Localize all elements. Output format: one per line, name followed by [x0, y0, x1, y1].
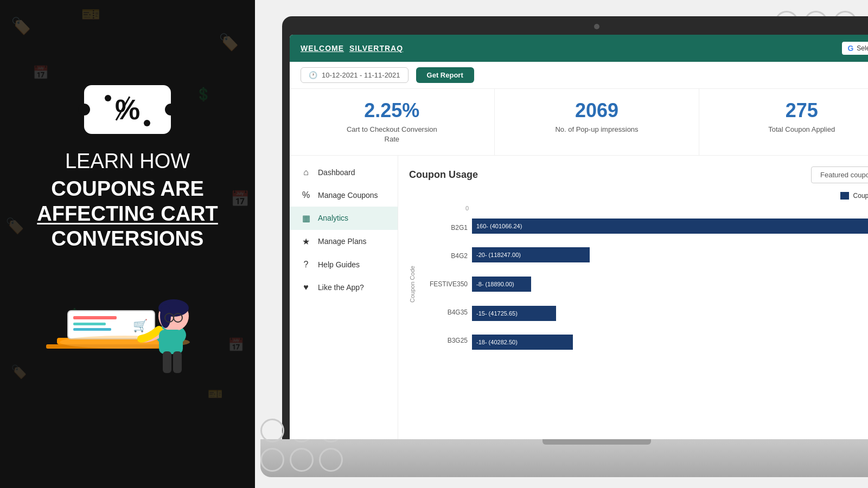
- bar-fill-2: -8- (18890.00): [472, 277, 531, 292]
- stat-label-0: Cart to Checkout ConversionRate: [301, 125, 483, 144]
- chart-inner: Coupon Code B2G1 B4G2 FESTIVE350 B4G35 B…: [409, 214, 868, 355]
- calendar-icon: 🕐: [309, 71, 317, 79]
- stat-card-1: 2069 No. of Pop-up impressions: [495, 89, 700, 155]
- sidebar-label-analytics: Analytics: [318, 214, 348, 222]
- sidebar-item-manage-plans[interactable]: ★ Manage Plans: [290, 230, 398, 253]
- bars-area: 160- (401066.24) -20- (118247.00): [472, 214, 868, 355]
- deco-circle: [260, 419, 284, 442]
- google-g-icon: G: [847, 44, 853, 53]
- stat-value-0: 2.25%: [301, 100, 483, 121]
- svg-rect-16: [163, 351, 171, 373]
- sidebar-item-like-app[interactable]: ♥ Like the App?: [290, 276, 398, 299]
- sidebar: ⌂ Dashboard % Manage Coupons ▦ Analytics: [290, 156, 398, 439]
- sidebar-label-dashboard: Dashboard: [318, 168, 355, 177]
- x-zero-label: 0: [465, 205, 868, 211]
- svg-rect-5: [73, 328, 111, 331]
- translate-label: Select Lan: [857, 44, 868, 52]
- bar-fill-1: -20- (118247.00): [472, 247, 590, 262]
- svg-text:🛒: 🛒: [133, 318, 148, 333]
- svg-rect-15: [159, 330, 183, 354]
- headline-line1: LEARN HOW: [37, 149, 218, 174]
- laptop-bezel: WELCOME SILVERTRAQ G Select Lan 🕐 10-12-…: [282, 16, 868, 439]
- chart-area: Coupon Usage Featured coupons Coupon Use…: [398, 156, 868, 439]
- y-label-festive: FESTIVE350: [418, 273, 468, 295]
- sidebar-item-analytics[interactable]: ▦ Analytics: [290, 207, 398, 230]
- chart-header: Coupon Usage Featured coupons: [409, 166, 868, 183]
- date-bar: 🕐 10-12-2021 - 11-11-2021 Get Report: [290, 62, 868, 89]
- bar-row-1: -20- (118247.00): [472, 245, 868, 265]
- stat-card-0: 2.25% Cart to Checkout ConversionRate: [290, 89, 495, 155]
- bar-row-4: -18- (40282.50): [472, 332, 868, 352]
- stat-card-2: 275 Total Coupon Applied: [699, 89, 868, 155]
- svg-rect-3: [73, 316, 117, 319]
- chart-title: Coupon Usage: [409, 169, 478, 181]
- stat-label-1: No. of Pop-up impressions: [506, 125, 688, 134]
- bar-fill-3: -15- (41725.65): [472, 306, 556, 321]
- get-report-button[interactable]: Get Report: [416, 67, 474, 83]
- stat-label-2: Total Coupon Applied: [710, 125, 868, 134]
- laptop-mockup: WELCOME SILVERTRAQ G Select Lan 🕐 10-12-…: [282, 16, 868, 477]
- y-label-b3g25: B3G25: [418, 330, 468, 351]
- bar-fill-4: -18- (40282.50): [472, 335, 573, 350]
- y-label-b2g1: B2G1: [418, 217, 468, 239]
- date-range-value: 10-12-2021 - 11-11-2021: [322, 71, 400, 79]
- deco-circle: [260, 448, 284, 472]
- headline-line3: AFFECTING CART: [37, 202, 218, 227]
- deco-circle: [290, 448, 314, 472]
- right-panel: WELCOME SILVERTRAQ G Select Lan 🕐 10-12-…: [255, 0, 868, 488]
- y-label-b4g35: B4G35: [418, 301, 468, 323]
- bar-label-1: -20- (118247.00): [476, 252, 521, 258]
- chart-legend: Coupon Used: [409, 192, 868, 200]
- headline-line2: COUPONS ARE: [37, 177, 218, 202]
- sidebar-item-dashboard[interactable]: ⌂ Dashboard: [290, 161, 398, 184]
- bar-fill-0: 160- (401066.24): [472, 219, 868, 234]
- bar-label-0: 160- (401066.24): [476, 223, 522, 229]
- stats-row: 2.25% Cart to Checkout ConversionRate 20…: [290, 89, 868, 156]
- y-label-b4g2: B4G2: [418, 245, 468, 267]
- pct-dot2: [144, 120, 150, 126]
- laptop-camera: [594, 24, 599, 29]
- coupon-icon: %: [84, 85, 171, 134]
- legend-label: Coupon Used: [853, 192, 868, 200]
- sidebar-label-manage-plans: Manage Plans: [318, 237, 367, 246]
- stat-value-2: 275: [710, 100, 868, 121]
- chart-dropdown[interactable]: Featured coupons: [811, 166, 868, 183]
- main-content: ⌂ Dashboard % Manage Coupons ▦ Analytics: [290, 156, 868, 439]
- svg-rect-17: [173, 351, 182, 373]
- sidebar-item-manage-coupons[interactable]: % Manage Coupons: [290, 184, 398, 207]
- star-icon: ★: [301, 236, 311, 247]
- app-header: WELCOME SILVERTRAQ G Select Lan: [290, 35, 868, 62]
- laptop-base: [260, 439, 868, 477]
- sidebar-label-manage-coupons: Manage Coupons: [318, 191, 378, 200]
- sidebar-item-help-guides[interactable]: ? Help Guides: [290, 253, 398, 276]
- woman-illustration: 🛒: [41, 262, 214, 381]
- heart-icon: ♥: [301, 282, 311, 292]
- bar-row-0: 160- (401066.24): [472, 216, 868, 236]
- deco-circle: [319, 448, 343, 472]
- sidebar-label-help-guides: Help Guides: [318, 260, 360, 269]
- bar-label-4: -18- (40282.50): [476, 339, 518, 345]
- welcome-text: WELCOME SILVERTRAQ: [301, 44, 403, 53]
- bar-label-3: -15- (41725.65): [476, 310, 518, 317]
- y-axis: B2G1 B4G2 FESTIVE350 B4G35 B3G25: [418, 214, 472, 355]
- help-icon: ?: [301, 260, 311, 269]
- legend-color-box: [840, 192, 849, 200]
- home-icon: ⌂: [301, 168, 311, 177]
- laptop-hinge: [542, 439, 651, 445]
- username: SILVERTRAQ: [349, 44, 403, 53]
- headline-line4: CONVERSIONS: [37, 227, 218, 252]
- svg-rect-4: [73, 323, 106, 325]
- percent-icon: %: [301, 190, 311, 200]
- date-range-input[interactable]: 🕐 10-12-2021 - 11-11-2021: [301, 67, 409, 83]
- headline-container: LEARN HOW COUPONS ARE AFFECTING CART CON…: [21, 149, 234, 251]
- y-axis-label: Coupon Code: [409, 214, 416, 355]
- google-translate-button[interactable]: G Select Lan: [842, 42, 868, 55]
- bar-row-3: -15- (41725.65): [472, 304, 868, 323]
- sidebar-label-like-app: Like the App?: [318, 283, 364, 292]
- bar-label-2: -8- (18890.00): [476, 281, 514, 287]
- bar-row-2: -8- (18890.00): [472, 274, 868, 294]
- stat-value-1: 2069: [506, 100, 688, 121]
- pct-dot: [105, 95, 111, 101]
- laptop-screen: WELCOME SILVERTRAQ G Select Lan 🕐 10-12-…: [290, 35, 868, 439]
- analytics-icon: ▦: [301, 213, 311, 223]
